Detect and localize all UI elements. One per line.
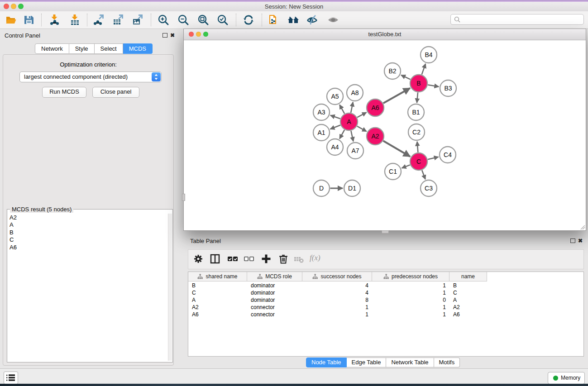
export-network-icon[interactable] xyxy=(93,14,105,26)
cell-name[interactable]: A6 xyxy=(449,311,487,318)
node-D1[interactable]: D1 xyxy=(344,180,360,196)
home-first-neighbors-icon[interactable] xyxy=(287,14,299,26)
delete-row-icon[interactable] xyxy=(278,253,289,264)
node-B4[interactable]: B4 xyxy=(421,47,437,63)
task-history-button[interactable] xyxy=(4,372,18,384)
cell-name[interactable]: A2 xyxy=(449,304,487,311)
vertical-splitter-handle[interactable] xyxy=(182,194,185,201)
column-header-predecessor-nodes[interactable]: predecessor nodes xyxy=(372,272,449,281)
cell-predecessor-nodes[interactable]: 1 xyxy=(372,311,449,318)
horizontal-splitter-handle[interactable] xyxy=(382,230,389,234)
edge-B-B3[interactable] xyxy=(428,85,439,86)
tab-edge-table[interactable]: Edge Table xyxy=(347,357,387,367)
zoom-selected-icon[interactable] xyxy=(217,14,229,26)
export-image-icon[interactable] xyxy=(132,14,143,26)
close-panel-icon[interactable]: ✖ xyxy=(578,238,583,243)
tab-select[interactable]: Select xyxy=(95,43,123,54)
tab-style[interactable]: Style xyxy=(69,43,95,54)
table-row-A[interactable]: Adominator80A xyxy=(188,296,487,304)
show-graphics-details-icon[interactable] xyxy=(327,14,339,26)
mcds-result-item[interactable]: C xyxy=(10,236,17,243)
cell-shared-name[interactable]: B xyxy=(188,282,247,289)
cell-predecessor-nodes[interactable]: 1 xyxy=(372,282,449,289)
cell-successor-nodes[interactable]: 1 xyxy=(302,311,372,318)
refresh-icon[interactable] xyxy=(243,14,254,26)
column-header-successor-nodes[interactable]: successor nodes xyxy=(302,272,372,281)
edge-A-A2[interactable] xyxy=(357,126,367,131)
table-row-C[interactable]: Cdominator41C xyxy=(188,289,487,296)
cell-shared-name[interactable]: A2 xyxy=(188,304,247,311)
cell-successor-nodes[interactable]: 8 xyxy=(302,296,372,304)
column-header-name[interactable]: name xyxy=(449,272,487,281)
copy-network-icon[interactable] xyxy=(268,14,280,26)
open-session-icon[interactable] xyxy=(5,14,17,26)
node-C1[interactable]: C1 xyxy=(385,163,401,180)
edge-A-A8[interactable] xyxy=(351,102,353,113)
edge-A6-B[interactable] xyxy=(383,88,410,103)
cell-name[interactable]: B xyxy=(449,282,487,289)
criterion-dropdown[interactable]: largest connected component (directed) xyxy=(19,71,162,82)
node-C2[interactable]: C2 xyxy=(408,124,425,140)
float-panel-icon[interactable] xyxy=(163,33,167,38)
cell-successor-nodes[interactable]: 4 xyxy=(302,282,372,289)
cell-name[interactable]: C xyxy=(449,289,487,296)
edge-A-A1[interactable] xyxy=(330,125,340,129)
edge-C-C1[interactable] xyxy=(402,165,410,168)
node-C4[interactable]: C4 xyxy=(440,147,456,163)
result-scrollbar[interactable] xyxy=(168,214,172,361)
edge-A-A5[interactable] xyxy=(339,105,344,114)
table-options-gear-icon[interactable] xyxy=(193,253,204,264)
cell-predecessor-nodes[interactable]: 0 xyxy=(372,296,449,304)
tab-node-table[interactable]: Node Table xyxy=(306,357,347,367)
select-all-columns-icon[interactable] xyxy=(227,253,238,264)
edge-A-A4[interactable] xyxy=(339,130,344,139)
cell-successor-nodes[interactable]: 4 xyxy=(302,289,372,296)
node-B1[interactable]: B1 xyxy=(408,104,424,120)
edge-B-B1[interactable] xyxy=(417,92,418,103)
network-canvas[interactable]: B4B2BB3A8A5A6A3B1AA1C2A2A4A7C4CC1C3DD1 xyxy=(184,40,585,229)
edge-A-A7[interactable] xyxy=(351,131,353,141)
edge-C-C4[interactable] xyxy=(428,157,439,160)
edge-B-B4[interactable] xyxy=(422,64,425,75)
memory-button[interactable]: Memory xyxy=(548,372,585,384)
cell-mcds-role[interactable]: connector xyxy=(247,304,302,311)
search-input[interactable] xyxy=(463,15,580,24)
node-A1[interactable]: A1 xyxy=(313,124,330,141)
cell-mcds-role[interactable]: dominator xyxy=(247,296,302,304)
tab-mcds[interactable]: MCDS xyxy=(123,43,153,54)
node-A8[interactable]: A8 xyxy=(347,85,363,101)
edge-A2-C[interactable] xyxy=(383,141,410,157)
node-A3[interactable]: A3 xyxy=(313,104,330,120)
node-B3[interactable]: B3 xyxy=(440,80,456,96)
cell-predecessor-nodes[interactable]: 1 xyxy=(372,289,449,296)
cell-predecessor-nodes[interactable]: 1 xyxy=(372,304,449,311)
node-D[interactable]: D xyxy=(313,180,330,196)
import-table-icon[interactable] xyxy=(69,14,81,26)
export-table-icon[interactable] xyxy=(112,14,124,26)
unselect-all-columns-icon[interactable] xyxy=(244,253,254,264)
table-row-A2[interactable]: A2connector11A2 xyxy=(188,304,487,311)
mcds-result-item[interactable]: B xyxy=(10,229,17,236)
node-A2[interactable]: A2 xyxy=(367,128,384,145)
zoom-in-icon[interactable] xyxy=(158,14,169,26)
float-panel-icon[interactable] xyxy=(570,238,575,243)
edge-A-A3[interactable] xyxy=(330,115,340,119)
node-A5[interactable]: A5 xyxy=(327,88,343,105)
node-C[interactable]: C xyxy=(410,153,427,170)
tab-network[interactable]: Network xyxy=(35,43,69,54)
mcds-result-item[interactable]: A6 xyxy=(10,244,17,251)
node-C3[interactable]: C3 xyxy=(421,180,437,196)
zoom-out-icon[interactable] xyxy=(177,14,189,26)
node-A4[interactable]: A4 xyxy=(327,139,343,155)
delete-table-icon[interactable] xyxy=(293,253,304,264)
cell-successor-nodes[interactable]: 1 xyxy=(302,304,372,311)
cell-name[interactable]: A xyxy=(449,296,487,304)
cell-mcds-role[interactable]: dominator xyxy=(247,282,302,289)
function-builder-icon[interactable]: f(x) xyxy=(310,253,320,262)
window-resize-grip[interactable] xyxy=(580,224,585,230)
table-row-B[interactable]: Bdominator41B xyxy=(188,282,487,289)
run-mcds-button[interactable]: Run MCDS xyxy=(42,87,86,98)
cell-shared-name[interactable]: C xyxy=(188,289,247,296)
hide-graphics-details-icon[interactable] xyxy=(306,14,318,26)
show-columns-icon[interactable] xyxy=(210,253,220,264)
